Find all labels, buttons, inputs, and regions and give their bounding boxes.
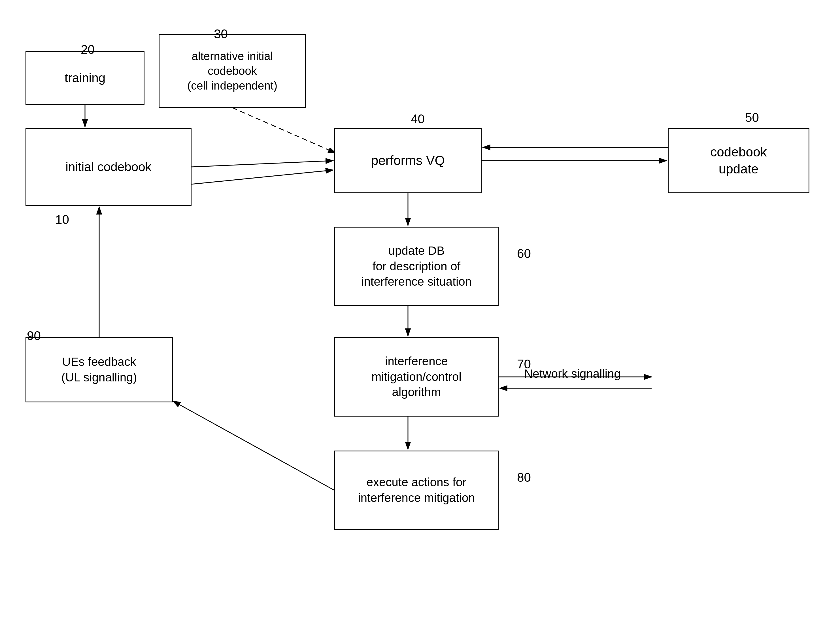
svg-line-11 bbox=[173, 401, 334, 490]
alternative-codebook-box: alternative initial codebook (cell indep… bbox=[159, 34, 306, 108]
svg-line-5 bbox=[192, 170, 333, 184]
initial-codebook-label: initial codebook bbox=[65, 159, 151, 175]
label-50: 50 bbox=[745, 111, 759, 125]
label-30: 30 bbox=[214, 27, 228, 41]
label-80: 80 bbox=[517, 470, 531, 485]
training-box: training bbox=[26, 51, 145, 105]
interference-mitigation-box: interference mitigation/control algorith… bbox=[334, 337, 499, 416]
label-20: 20 bbox=[81, 43, 94, 57]
execute-actions-label: execute actions for interference mitigat… bbox=[358, 475, 475, 506]
ues-feedback-label: UEs feedback (UL signalling) bbox=[61, 354, 137, 385]
alternative-codebook-label: alternative initial codebook (cell indep… bbox=[187, 49, 277, 93]
label-10: 10 bbox=[55, 212, 69, 227]
performs-vq-label: performs VQ bbox=[371, 152, 445, 169]
svg-line-3 bbox=[192, 161, 333, 167]
update-db-box: update DB for description of interferenc… bbox=[334, 227, 499, 306]
label-40: 40 bbox=[411, 112, 425, 126]
ues-feedback-box: UEs feedback (UL signalling) bbox=[26, 337, 173, 402]
performs-vq-box: performs VQ bbox=[334, 128, 482, 193]
codebook-update-label: codebook update bbox=[710, 144, 767, 178]
network-signalling-label: Network signalling bbox=[524, 367, 621, 381]
initial-codebook-box: initial codebook bbox=[26, 128, 192, 206]
label-60: 60 bbox=[517, 247, 531, 261]
execute-actions-box: execute actions for interference mitigat… bbox=[334, 451, 499, 530]
interference-mitigation-label: interference mitigation/control algorith… bbox=[371, 354, 461, 400]
label-90: 90 bbox=[27, 329, 41, 343]
update-db-label: update DB for description of interferenc… bbox=[361, 243, 472, 290]
svg-line-4 bbox=[232, 108, 336, 153]
training-label: training bbox=[65, 70, 105, 86]
codebook-update-box: codebook update bbox=[668, 128, 810, 193]
